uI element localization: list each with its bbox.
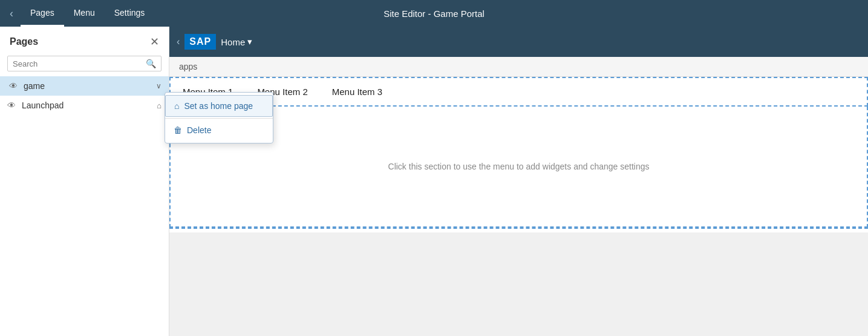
apps-text: apps — [179, 62, 197, 71]
tab-menu[interactable]: Menu — [64, 0, 105, 27]
site-preview-header: ‹ SAP Home ▾ — [169, 27, 868, 57]
page-item-game[interactable]: 👁 game ∨ — [0, 76, 169, 96]
menu-item-3[interactable]: Menu Item 3 — [332, 87, 382, 97]
top-navigation: ‹ Pages Menu Settings Site Editor - Game… — [0, 0, 868, 27]
apps-bar: apps — [169, 57, 868, 77]
back-arrow-icon[interactable]: ‹ — [10, 7, 13, 20]
site-back-arrow-icon[interactable]: ‹ — [177, 36, 180, 47]
sidebar-title: Pages — [10, 36, 38, 47]
context-menu-delete[interactable]: 🗑 Delete — [165, 120, 273, 140]
nav-tabs: Pages Menu Settings — [21, 0, 154, 27]
site-home-dropdown-icon: ▾ — [247, 36, 252, 47]
context-menu-set-home-label: Set as home page — [184, 101, 253, 111]
bottom-dashed-border — [169, 228, 868, 232]
sidebar-close-button[interactable]: ✕ — [150, 35, 159, 48]
tab-pages[interactable]: Pages — [21, 0, 64, 27]
preview-content-section[interactable]: Click this section to use the menu to ad… — [169, 107, 868, 228]
tab-settings[interactable]: Settings — [105, 0, 155, 27]
site-editor-title: Site Editor - Game Portal — [383, 8, 485, 19]
context-menu-delete-label: Delete — [187, 125, 211, 135]
site-home-text: Home — [221, 37, 245, 47]
page-name-launchpad: Launchpad — [22, 100, 157, 110]
context-menu: ⌂ Set as home page 🗑 Delete — [165, 92, 273, 143]
sidebar-header: Pages ✕ — [0, 27, 169, 53]
home-icon: ⌂ — [174, 101, 179, 111]
visibility-icon-launchpad: 👁 — [7, 100, 16, 110]
page-item-launchpad[interactable]: 👁 Launchpad ⌂ — [0, 96, 169, 115]
preview-menu-bar[interactable]: Menu Item 1 Menu Item 2 Menu Item 3 — [169, 77, 868, 107]
content-hint-text: Click this section to use the menu to ad… — [388, 162, 650, 171]
main-layout: Pages ✕ 🔍 👁 game ∨ 👁 Launchpad ⌂ ⌂ Set a… — [0, 27, 868, 336]
site-home-label[interactable]: Home ▾ — [221, 36, 252, 47]
home-icon-launchpad: ⌂ — [157, 101, 162, 110]
page-name-game: game — [24, 81, 156, 91]
visibility-icon-game: 👁 — [9, 81, 18, 91]
menu-bar-inner: Menu Item 1 Menu Item 2 Menu Item 3 — [171, 78, 867, 105]
sidebar: Pages ✕ 🔍 👁 game ∨ 👁 Launchpad ⌂ ⌂ Set a… — [0, 27, 169, 336]
sap-logo: SAP — [184, 34, 216, 50]
trash-icon: 🗑 — [174, 125, 182, 135]
context-menu-set-home[interactable]: ⌂ Set as home page — [165, 95, 273, 117]
preview-area: ‹ SAP Home ▾ apps Menu Item 1 Menu Item … — [169, 27, 868, 336]
search-icon: 🔍 — [146, 59, 156, 68]
search-input[interactable] — [13, 59, 146, 68]
context-menu-divider — [165, 118, 273, 119]
chevron-icon-game: ∨ — [156, 82, 162, 90]
search-bar[interactable]: 🔍 — [7, 56, 162, 71]
